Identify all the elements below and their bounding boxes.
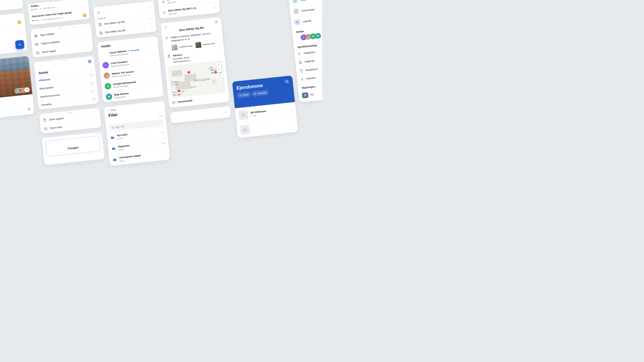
fab-create[interactable] [15, 40, 24, 49]
svg-point-17 [159, 116, 160, 116]
list-item[interactable]: sen [0, 0, 23, 14]
image-placeholder-icon [238, 110, 248, 120]
search-icon[interactable] [284, 79, 290, 84]
ordre-count: 2 [27, 107, 31, 111]
svg-point-39 [255, 93, 256, 94]
dropzone-label: Trianglen [68, 146, 79, 150]
owner-name: Nl... [310, 88, 322, 96]
svg-point-2 [24, 59, 25, 60]
tasks-icon [292, 0, 298, 4]
svg-point-35 [224, 112, 224, 113]
attachment[interactable]: noegleboks.jpg [171, 42, 193, 51]
avatar-initial: M [106, 93, 112, 100]
attachment[interactable]: indgang-unde... [195, 40, 217, 48]
note-icon [165, 36, 169, 40]
chip-sort[interactable]: Sorter [237, 92, 251, 98]
svg-point-3 [26, 59, 26, 60]
building-icon [98, 22, 102, 26]
map-zoom-controls[interactable]: + − [216, 62, 222, 73]
person-name-partial: sen [0, 3, 15, 11]
svg-rect-7 [34, 35, 38, 37]
chevron-right-icon [148, 5, 151, 9]
folder-icon [110, 135, 115, 140]
target-icon [162, 11, 166, 15]
back-icon[interactable] [164, 25, 168, 29]
more-icon[interactable] [23, 58, 27, 62]
building-icon [298, 60, 302, 64]
avatar-initial: L [102, 62, 109, 69]
svg-point-37 [226, 112, 226, 112]
chevron-right-icon [149, 17, 152, 21]
property-card[interactable]: R M J +1 Trianglen Ordre 2 [0, 56, 34, 120]
svg-point-30 [163, 1, 164, 2]
svg-point-24 [162, 143, 163, 144]
property-code: 200 [253, 114, 256, 117]
key-icon [298, 52, 302, 56]
folder-icon [111, 146, 116, 151]
svg-point-22 [162, 132, 163, 133]
building-icon [99, 31, 103, 35]
svg-rect-11 [44, 128, 47, 130]
search-icon [111, 126, 114, 129]
svg-point-1 [24, 59, 24, 60]
zoom-out[interactable]: − [216, 67, 221, 72]
folder-icon [112, 158, 118, 162]
svg-point-5 [40, 8, 40, 9]
nav-ordre-label: Ordre [0, 108, 25, 115]
attachment-name: indgang-unde... [202, 42, 217, 46]
chevron-right-icon [17, 2, 20, 6]
task-status: Åben [35, 19, 40, 22]
radio[interactable] [91, 90, 94, 93]
svg-point-36 [225, 112, 226, 112]
route-shield: 11 [212, 80, 216, 83]
svg-point-20 [112, 127, 113, 128]
clipboard-icon [43, 118, 47, 122]
assignee-avatar: J [83, 13, 87, 17]
target-icon [161, 0, 165, 4]
more-icon[interactable] [159, 114, 163, 118]
close-icon[interactable] [214, 20, 218, 24]
radio[interactable] [89, 73, 93, 77]
tenancies-icon [294, 19, 301, 26]
map[interactable]: Birmingham Sloss Furn Historic La mingha… [168, 60, 226, 98]
chip-responsible[interactable]: Ansvarlig [252, 90, 269, 97]
chevron-right-icon [291, 123, 294, 126]
svg-point-21 [161, 132, 162, 133]
svg-rect-40 [242, 114, 245, 116]
chevron-right-icon [150, 26, 154, 29]
location-icon [167, 54, 171, 58]
svg-point-19 [161, 115, 162, 116]
search-placeholder: Søg i filer [116, 125, 125, 129]
svg-point-8 [35, 35, 36, 37]
image-placeholder-icon [240, 125, 250, 135]
nav-label: Lejemål [302, 15, 322, 23]
svg-point-6 [41, 19, 42, 20]
chevron-right-icon [290, 108, 293, 112]
documents-icon [293, 8, 300, 15]
avatar-photo [101, 51, 108, 58]
svg-rect-44 [243, 128, 246, 131]
nav-label: Opgaver [300, 0, 322, 2]
svg-point-53 [297, 22, 298, 23]
task-status: Åben [34, 8, 38, 11]
organize-dropzone[interactable]: Trianglen [45, 136, 101, 157]
avatar-photo [103, 72, 110, 79]
svg-rect-16 [101, 32, 102, 34]
radio[interactable] [92, 98, 96, 102]
chevron-right-icon [213, 6, 217, 9]
thumbnail [171, 44, 178, 51]
radio[interactable] [90, 81, 94, 85]
more-icon[interactable] [224, 110, 227, 115]
svg-rect-43 [252, 115, 252, 116]
attachment-name: noegleboks.jpg [179, 44, 192, 48]
svg-point-32 [164, 12, 165, 13]
trash-icon [299, 69, 303, 73]
assignee-avatar: J [17, 20, 21, 24]
more-icon[interactable] [160, 130, 164, 134]
camera-icon [34, 34, 38, 38]
svg-point-25 [163, 143, 164, 144]
status-dot [31, 9, 33, 10]
task-location: Else Alfelts Vej 58A 1. tv. [44, 16, 64, 21]
zoom-in[interactable]: + [216, 63, 221, 68]
more-icon[interactable] [162, 141, 166, 145]
